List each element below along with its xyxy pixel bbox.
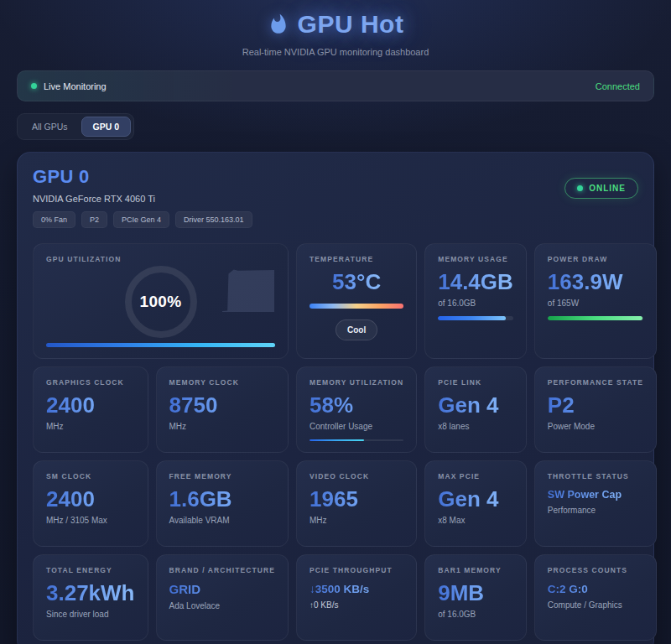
card-label: MAX PCIE (438, 472, 513, 480)
card-memory-utilization: MEMORY UTILIZATION 58% Controller Usage (296, 366, 417, 453)
live-monitoring-bar: Live Monitoring Connected (17, 70, 654, 101)
power-draw-track (548, 316, 643, 320)
free-memory-value: 1.6GB (169, 488, 276, 511)
card-label: PERFORMANCE STATE (548, 378, 643, 387)
pcie-rx-value: ↓3500 KB/s (309, 584, 403, 595)
card-process-counts: PROCESS COUNTS C:2 G:0 Compute / Graphic… (534, 554, 657, 641)
utilization-value: 100% (140, 293, 182, 311)
card-memory-clock: MEMORY CLOCK 8750 MHz (156, 366, 289, 453)
card-label: THROTTLE STATUS (548, 472, 643, 480)
free-memory-sub: Available VRAM (169, 516, 276, 525)
utilization-ring-gauge: 100% (125, 266, 197, 338)
card-pcie-link: PCIE LINK Gen 4 x8 lanes (424, 366, 527, 453)
card-free-memory: FREE MEMORY 1.6GB Available VRAM (156, 460, 289, 547)
pstate-badge: P2 (81, 211, 107, 228)
pcie-tx-value: ↑0 KB/s (309, 600, 403, 610)
card-memory-usage: MEMORY USAGE 14.4GB of 16.0GB (424, 243, 527, 359)
max-pcie-sub: x8 Max (438, 516, 513, 525)
video-clock-value: 1965 (309, 488, 403, 511)
card-label: VIDEO CLOCK (309, 472, 403, 480)
tab-gpu-0[interactable]: GPU 0 (81, 117, 132, 137)
card-label: GPU UTILIZATION (46, 255, 275, 263)
video-clock-sub: MHz (309, 516, 403, 525)
online-status-badge: ONLINE (564, 178, 638, 199)
app-header: GPU Hot Real-time NVIDIA GPU monitoring … (17, 7, 654, 57)
driver-badge: Driver 550.163.01 (175, 211, 252, 228)
card-sm-clock: SM CLOCK 2400 MHz / 3105 Max (33, 460, 148, 547)
card-label: GRAPHICS CLOCK (46, 378, 135, 387)
card-label: SM CLOCK (46, 472, 135, 480)
memory-utilization-fill (309, 439, 364, 441)
card-label: PCIE THROUGHPUT (309, 566, 403, 574)
memory-utilization-value: 58% (309, 394, 403, 417)
memory-clock-value: 8750 (169, 394, 276, 417)
sm-clock-sub: MHz / 3105 Max (46, 516, 135, 525)
performance-state-sub: Power Mode (548, 422, 643, 431)
sm-clock-value: 2400 (46, 488, 135, 511)
card-throttle-status: THROTTLE STATUS SW Power Cap Performance (534, 460, 657, 547)
fan-badge: 0% Fan (33, 211, 75, 228)
card-label: POWER DRAW (548, 255, 643, 263)
card-label: BRAND / ARCHITECTURE (169, 566, 276, 574)
card-label: MEMORY UTILIZATION (309, 378, 403, 387)
temperature-value: 53°C (332, 271, 381, 293)
gpu-badge-row: 0% Fan P2 PCIe Gen 4 Driver 550.163.01 (33, 211, 252, 228)
card-bar1-memory: BAR1 MEMORY 9MB of 16.0GB (424, 554, 527, 641)
card-label: PCIE LINK (438, 378, 513, 387)
power-draw-sub: of 165W (548, 299, 643, 308)
memory-utilization-sub: Controller Usage (309, 422, 403, 431)
graphics-clock-value: 2400 (46, 394, 135, 417)
process-counts-value: C:2 G:0 (548, 584, 643, 595)
online-status-label: ONLINE (589, 184, 626, 193)
app-subtitle: Real-time NVIDIA GPU monitoring dashboar… (17, 47, 654, 57)
online-status-dot (577, 185, 583, 191)
card-performance-state: PERFORMANCE STATE P2 Power Mode (534, 366, 657, 453)
pcie-link-sub: x8 lanes (438, 422, 513, 431)
temperature-status-chip: Cool (336, 319, 377, 340)
connection-status: Connected (596, 81, 640, 91)
card-label: TOTAL ENERGY (46, 566, 135, 574)
card-temperature: TEMPERATURE 53°C Cool (296, 243, 417, 359)
bar1-memory-sub: of 16.0GB (438, 610, 513, 619)
gpu-panel-title: GPU 0 (33, 166, 252, 188)
bar1-memory-value: 9MB (438, 582, 513, 605)
card-label: FREE MEMORY (169, 472, 276, 480)
dashboard-page: GPU Hot Real-time NVIDIA GPU monitoring … (0, 0, 671, 644)
metric-grid: GPU UTILIZATION 100% TEMPERATURE 53°C Co… (33, 243, 638, 641)
card-label: TEMPERATURE (309, 255, 373, 263)
card-pcie-throughput: PCIE THROUGHPUT ↓3500 KB/s ↑0 KB/s (296, 554, 417, 641)
card-power-draw: POWER DRAW 163.9W of 165W (534, 243, 657, 359)
card-video-clock: VIDEO CLOCK 1965 MHz (296, 460, 417, 547)
card-label: MEMORY CLOCK (169, 378, 276, 387)
gpu-panel: GPU 0 NVIDIA GeForce RTX 4060 Ti 0% Fan … (17, 152, 654, 644)
graphics-clock-sub: MHz (46, 422, 135, 431)
card-gpu-utilization: GPU UTILIZATION 100% (33, 243, 289, 359)
tab-all-gpus[interactable]: All GPUs (20, 117, 80, 137)
card-graphics-clock: GRAPHICS CLOCK 2400 MHz (33, 366, 148, 453)
max-pcie-value: Gen 4 (438, 488, 513, 511)
card-max-pcie: MAX PCIE Gen 4 x8 Max (424, 460, 527, 547)
pcie-link-value: Gen 4 (438, 394, 513, 417)
total-energy-value: 3.27kWh (46, 582, 135, 605)
app-title: GPU Hot (298, 10, 404, 39)
throttle-status-sub: Performance (548, 506, 643, 515)
gpu-tabs: All GPUs GPU 0 (17, 113, 134, 140)
card-label: BAR1 MEMORY (438, 566, 513, 574)
architecture-sub: Ada Lovelace (169, 601, 276, 610)
memory-usage-sub: of 16.0GB (438, 299, 513, 308)
total-energy-sub: Since driver load (46, 610, 135, 619)
power-draw-fill (548, 316, 642, 320)
card-brand-architecture: BRAND / ARCHITECTURE GRID Ada Lovelace (156, 554, 289, 641)
card-label: PROCESS COUNTS (548, 566, 643, 574)
card-label: MEMORY USAGE (438, 255, 513, 263)
memory-clock-sub: MHz (169, 422, 276, 431)
power-draw-value: 163.9W (548, 271, 643, 293)
flame-icon (268, 12, 289, 37)
process-counts-sub: Compute / Graphics (548, 600, 643, 610)
gpu-name: NVIDIA GeForce RTX 4060 Ti (33, 194, 252, 204)
memory-usage-value: 14.4GB (438, 271, 513, 293)
memory-usage-fill (438, 316, 506, 320)
memory-utilization-track (309, 439, 403, 441)
temperature-gradient-bar (309, 304, 403, 309)
brand-value: GRID (169, 583, 276, 596)
